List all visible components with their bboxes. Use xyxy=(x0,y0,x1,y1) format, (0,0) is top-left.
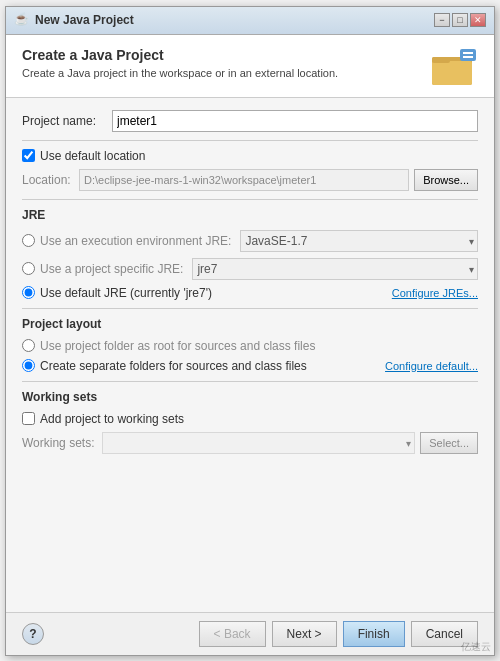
project-name-input[interactable] xyxy=(112,110,478,132)
project-icon xyxy=(430,47,478,87)
select-working-sets-button[interactable]: Select... xyxy=(420,432,478,454)
jre-env-label[interactable]: Use an execution environment JRE: xyxy=(40,234,231,248)
jre-default-row: Use default JRE (currently 'jre7') Confi… xyxy=(22,286,478,300)
layout-folder-radio[interactable] xyxy=(22,339,35,352)
dialog-title: New Java Project xyxy=(35,13,134,27)
jre-specific-select[interactable]: jre7 xyxy=(192,258,478,280)
use-default-label[interactable]: Use default location xyxy=(40,149,145,163)
title-bar: ☕ New Java Project − □ ✕ xyxy=(6,7,494,35)
use-default-checkbox[interactable] xyxy=(22,149,35,162)
jre-specific-label[interactable]: Use a project specific JRE: xyxy=(40,262,183,276)
next-button[interactable]: Next > xyxy=(272,621,337,647)
jre-env-radio[interactable] xyxy=(22,234,35,247)
maximize-button[interactable]: □ xyxy=(452,13,468,27)
working-sets-select[interactable] xyxy=(102,432,415,454)
project-layout-section-title: Project layout xyxy=(22,317,478,331)
finish-button[interactable]: Finish xyxy=(343,621,405,647)
working-sets-select-wrapper xyxy=(102,432,415,454)
jre-option2-row: Use a project specific JRE: jre7 xyxy=(22,258,478,280)
dialog-heading: Create a Java Project xyxy=(22,47,338,63)
jre-option1-row: Use an execution environment JRE: JavaSE… xyxy=(22,230,478,252)
svg-rect-2 xyxy=(432,57,450,63)
working-sets-checkbox-row: Add project to working sets xyxy=(22,412,478,426)
jre-default-radio[interactable] xyxy=(22,286,35,299)
dialog-subheading: Create a Java project in the workspace o… xyxy=(22,67,338,79)
add-to-working-sets-checkbox[interactable] xyxy=(22,412,35,425)
help-button[interactable]: ? xyxy=(22,623,44,645)
dialog-header: Create a Java Project Create a Java proj… xyxy=(6,35,494,98)
location-input[interactable] xyxy=(79,169,409,191)
layout-option1-row: Use project folder as root for sources a… xyxy=(22,339,478,353)
jre-env-select-wrapper: JavaSE-1.7 xyxy=(240,230,478,252)
java-icon: ☕ xyxy=(14,12,30,28)
working-sets-sub-row: Working sets: Select... xyxy=(22,432,478,454)
dialog-footer: ? < Back Next > Finish Cancel xyxy=(6,612,494,655)
jre-default-label[interactable]: Use default JRE (currently 'jre7') xyxy=(40,286,212,300)
jre-specific-radio[interactable] xyxy=(22,262,35,275)
close-button[interactable]: ✕ xyxy=(470,13,486,27)
layout-folder-label[interactable]: Use project folder as root for sources a… xyxy=(40,339,315,353)
location-row: Location: Browse... xyxy=(22,169,478,191)
project-name-row: Project name: xyxy=(22,110,478,132)
jre-specific-select-wrapper: jre7 xyxy=(192,258,478,280)
project-name-label: Project name: xyxy=(22,114,112,128)
watermark: 亿速云 xyxy=(461,640,491,654)
svg-rect-1 xyxy=(432,61,472,85)
browse-button[interactable]: Browse... xyxy=(414,169,478,191)
configure-jres-link[interactable]: Configure JREs... xyxy=(392,287,478,299)
minimize-button[interactable]: − xyxy=(434,13,450,27)
configure-default-link[interactable]: Configure default... xyxy=(385,360,478,372)
svg-rect-5 xyxy=(463,56,473,58)
working-sets-section-title: Working sets xyxy=(22,390,478,404)
svg-rect-4 xyxy=(463,52,473,54)
back-button[interactable]: < Back xyxy=(199,621,266,647)
jre-section-title: JRE xyxy=(22,208,478,222)
svg-rect-3 xyxy=(460,49,476,61)
dialog-content: Project name: Use default location Locat… xyxy=(6,98,494,612)
add-to-working-sets-label[interactable]: Add project to working sets xyxy=(40,412,184,426)
jre-env-select[interactable]: JavaSE-1.7 xyxy=(240,230,478,252)
working-sets-label: Working sets: xyxy=(22,436,102,450)
layout-separate-radio[interactable] xyxy=(22,359,35,372)
layout-separate-label[interactable]: Create separate folders for sources and … xyxy=(40,359,307,373)
layout-option2-row: Create separate folders for sources and … xyxy=(22,359,478,373)
use-default-location-row: Use default location xyxy=(22,149,478,163)
location-label: Location: xyxy=(22,173,74,187)
